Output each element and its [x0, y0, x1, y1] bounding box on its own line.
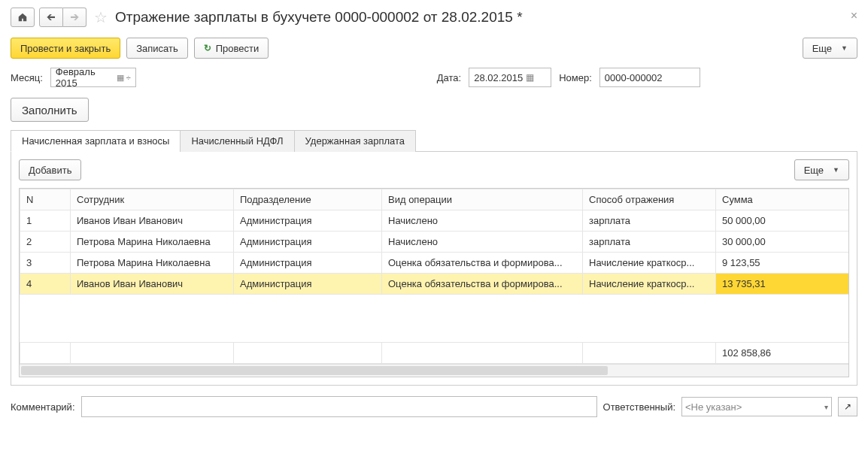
table-row[interactable]: 4Иванов Иван ИвановичАдминистрацияОценка… — [20, 274, 849, 295]
salary-grid: N Сотрудник Подразделение Вид операции С… — [19, 188, 849, 377]
home-button[interactable] — [11, 8, 35, 27]
post-icon: ↻ — [204, 43, 211, 53]
table-footer-row: 102 858,86 — [20, 343, 850, 364]
col-department[interactable]: Подразделение — [234, 189, 382, 210]
scrollbar-thumb[interactable] — [21, 366, 608, 375]
more-button[interactable]: Еще ▼ — [803, 38, 857, 59]
number-label: Номер: — [559, 72, 592, 83]
month-input[interactable]: Февраль 2015 ▦ ÷ — [50, 68, 136, 87]
table-row[interactable]: 2Петрова Марина НиколаевнаАдминистрацияН… — [20, 232, 849, 253]
total-sum: 102 858,86 — [716, 343, 849, 364]
arrow-right-icon: 🡪 — [70, 12, 79, 23]
grid-more-button[interactable]: Еще ▼ — [794, 159, 849, 180]
comment-label: Комментарий: — [11, 401, 75, 413]
tab-accrued-salary[interactable]: Начисленная зарплата и взносы — [11, 130, 181, 152]
chevron-down-icon: ▼ — [841, 44, 848, 52]
tab-withheld[interactable]: Удержанная зарплата — [294, 130, 416, 152]
table-header-row: N Сотрудник Подразделение Вид операции С… — [20, 189, 849, 210]
add-row-button[interactable]: Добавить — [19, 159, 81, 180]
date-input[interactable]: 28.02.2015 ▦ — [469, 68, 551, 87]
col-operation[interactable]: Вид операции — [382, 189, 583, 210]
comment-input[interactable] — [81, 396, 597, 417]
responsible-label: Ответственный: — [603, 401, 675, 413]
date-label: Дата: — [437, 72, 461, 83]
month-label: Месяц: — [11, 72, 43, 83]
horizontal-scrollbar[interactable] — [20, 364, 848, 377]
tab-ndfl[interactable]: Начисленный НДФЛ — [180, 130, 294, 152]
write-button[interactable]: Записать — [126, 38, 188, 59]
chevron-down-icon: ▾ — [824, 403, 828, 411]
col-sum[interactable]: Сумма — [716, 189, 849, 210]
calendar-icon[interactable]: ▦ — [526, 72, 534, 83]
month-picker-icon[interactable]: ▦ — [117, 73, 124, 83]
fill-button[interactable]: Заполнить — [11, 98, 89, 122]
responsible-open-button[interactable]: ↗ — [838, 397, 857, 416]
post-button[interactable]: ↻ Провести — [194, 38, 269, 59]
table-row[interactable]: 3Петрова Марина НиколаевнаАдминистрацияО… — [20, 253, 849, 274]
chevron-down-icon: ▼ — [833, 166, 839, 174]
arrow-left-icon: 🡨 — [47, 12, 56, 23]
responsible-input[interactable]: <Не указан> ▾ — [681, 397, 832, 416]
col-n[interactable]: N — [20, 189, 71, 210]
post-and-close-button[interactable]: Провести и закрыть — [11, 38, 120, 59]
home-icon — [17, 12, 28, 23]
back-button[interactable]: 🡨 — [39, 8, 63, 27]
month-stepper-icon[interactable]: ÷ — [126, 73, 131, 82]
open-icon: ↗ — [844, 401, 851, 412]
number-input[interactable]: 0000-000002 — [599, 68, 700, 87]
forward-button[interactable]: 🡪 — [63, 8, 86, 27]
table-row[interactable]: 1Иванов Иван ИвановичАдминистрацияНачисл… — [20, 210, 849, 232]
close-button[interactable]: × — [851, 9, 857, 23]
col-reflection[interactable]: Способ отражения — [583, 189, 716, 210]
col-employee[interactable]: Сотрудник — [71, 189, 234, 210]
favorite-star-icon[interactable]: ☆ — [94, 8, 108, 26]
document-title: Отражение зарплаты в бухучете 0000-00000… — [115, 9, 523, 26]
